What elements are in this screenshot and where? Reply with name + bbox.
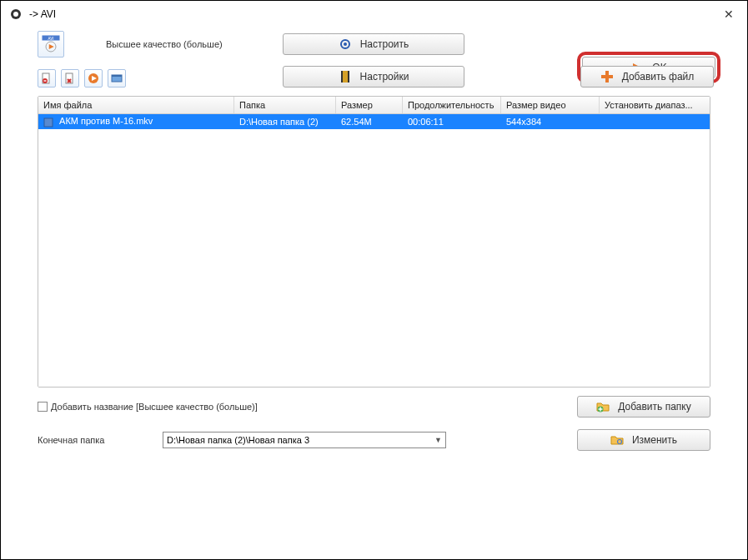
format-avi-icon: AVI xyxy=(38,31,64,58)
svg-rect-21 xyxy=(601,75,613,78)
add-folder-button[interactable]: Добавить папку xyxy=(577,396,710,418)
plus-icon xyxy=(600,70,614,83)
cell-folder: D:\Новая папка (2) xyxy=(234,116,336,128)
titlebar: -> AVI ✕ xyxy=(1,1,747,28)
properties-button[interactable] xyxy=(108,69,126,88)
gear-icon xyxy=(339,38,352,51)
dest-folder-label: Конечная папка xyxy=(38,435,163,445)
film-icon xyxy=(339,70,352,83)
add-name-checkbox[interactable] xyxy=(38,402,48,412)
col-duration[interactable]: Продолжительность xyxy=(403,97,501,113)
col-video-size[interactable]: Размер видео xyxy=(501,97,600,113)
settings-button[interactable]: Настройки xyxy=(283,66,464,88)
app-icon xyxy=(9,8,23,21)
col-size[interactable]: Размер xyxy=(336,97,403,113)
table-row[interactable]: АКМ против М-16.mkv D:\Новая папка (2) 6… xyxy=(38,114,710,129)
add-file-button[interactable]: Добавить файл xyxy=(580,66,714,88)
folder-plus-icon xyxy=(596,400,610,413)
svg-marker-5 xyxy=(49,44,54,49)
col-folder[interactable]: Папка xyxy=(234,97,336,113)
cell-video-size: 544x384 xyxy=(501,116,600,128)
delete-button[interactable] xyxy=(61,69,79,88)
file-table: Имя файла Папка Размер Продолжительность… xyxy=(38,96,710,388)
table-header: Имя файла Папка Размер Продолжительность… xyxy=(38,97,710,114)
svg-point-7 xyxy=(344,42,347,46)
cell-range xyxy=(600,121,710,122)
col-range[interactable]: Установить диапаз... xyxy=(600,97,710,113)
window-title: -> AVI xyxy=(29,8,56,20)
col-name[interactable]: Имя файла xyxy=(38,97,234,113)
svg-point-1 xyxy=(13,12,18,17)
dest-folder-combo[interactable]: D:\Новая папка (2)\Новая папка 3 ▼ xyxy=(163,432,446,448)
play-button[interactable] xyxy=(84,69,103,88)
svg-rect-18 xyxy=(341,71,343,82)
close-icon[interactable]: ✕ xyxy=(719,6,739,22)
configure-button[interactable]: Настроить xyxy=(283,33,464,55)
svg-rect-19 xyxy=(348,71,349,82)
svg-rect-16 xyxy=(112,75,122,77)
quality-label: Высшее качество (больше) xyxy=(106,39,223,49)
add-name-label: Добавить название [Высшее качество (боль… xyxy=(51,402,258,412)
svg-text:AVI: AVI xyxy=(48,37,54,41)
cell-size: 62.54M xyxy=(336,116,403,128)
chevron-down-icon: ▼ xyxy=(434,436,442,444)
video-file-icon xyxy=(43,116,59,126)
svg-rect-11 xyxy=(44,80,47,81)
svg-rect-22 xyxy=(44,118,53,127)
change-button[interactable]: Изменить xyxy=(577,429,710,451)
folder-search-icon xyxy=(610,433,624,447)
cell-duration: 00:06:11 xyxy=(403,116,501,128)
cell-name: АКМ против М-16.mkv xyxy=(59,116,153,126)
remove-file-button[interactable] xyxy=(38,69,56,88)
svg-rect-25 xyxy=(599,408,603,409)
dest-folder-value: D:\Новая папка (2)\Новая папка 3 xyxy=(167,435,309,445)
